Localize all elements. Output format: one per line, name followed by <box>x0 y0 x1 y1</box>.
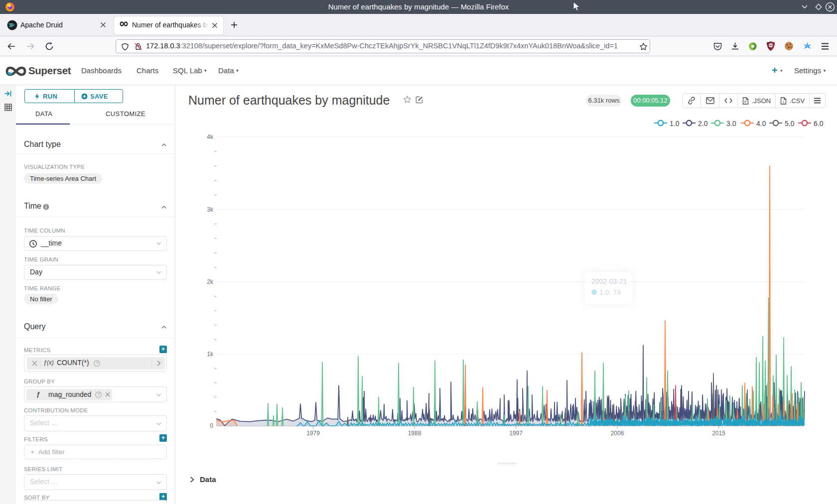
svg-text:?: ? <box>97 392 100 397</box>
svg-text:x: x <box>783 100 785 103</box>
svg-text:?: ? <box>96 361 98 366</box>
